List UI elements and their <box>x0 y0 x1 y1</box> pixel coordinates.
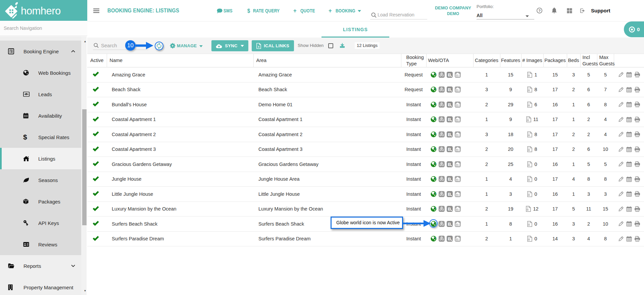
svg-text:homhero: homhero <box>21 5 61 17</box>
